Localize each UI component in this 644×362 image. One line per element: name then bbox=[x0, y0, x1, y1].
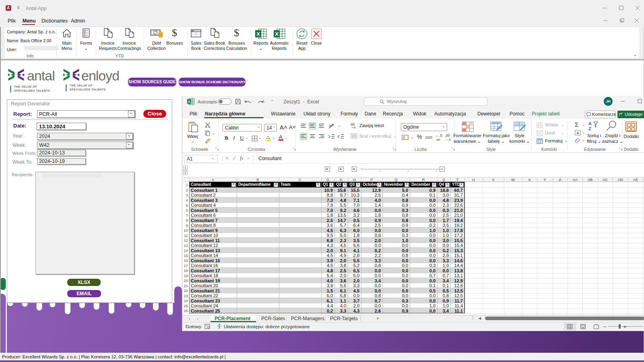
svg-text:$: $ bbox=[403, 136, 405, 140]
svg-text:ab: ab bbox=[351, 122, 355, 126]
svg-text:A: A bbox=[588, 121, 592, 126]
svg-text:X: X bbox=[275, 31, 279, 37]
svg-text:X: X bbox=[256, 31, 260, 37]
svg-text:X: X bbox=[188, 100, 190, 104]
svg-text:Z: Z bbox=[588, 126, 591, 131]
svg-text:ab: ab bbox=[329, 124, 332, 128]
